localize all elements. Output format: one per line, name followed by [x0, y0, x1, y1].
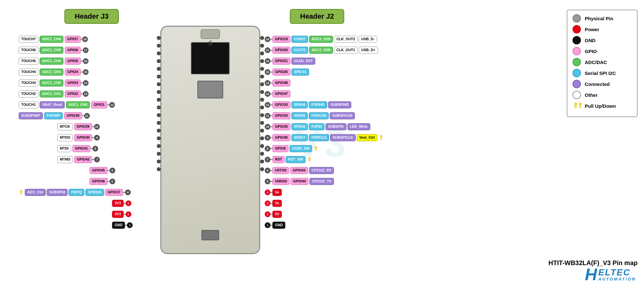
pin-cp2102-tx: CP2102_TX — [309, 178, 334, 185]
pin-ve-b: Ve — [272, 200, 282, 207]
pin-spiio7: SPIIO7 — [291, 134, 308, 141]
pin-row-17-left: TOUCH6 ADC1_CH5 GPIO6 17 — [19, 46, 133, 55]
pin-touch2: TOUCH2 — [19, 90, 38, 97]
pin-adc1ch0: ADC1_CH0 — [66, 101, 90, 108]
pin-subspid: SUBSPID — [326, 123, 346, 130]
pin-5v: 5V — [272, 211, 282, 217]
pin-row-7-right: 7 RST RST_SW ⇑ — [265, 155, 384, 164]
pin-touch1: TOUCH1 — [19, 101, 38, 108]
pin-row-5-left: GPIO46 5 — [19, 177, 133, 186]
pin-gnd-left: GND — [112, 222, 125, 228]
pin-spiio6: SPIIO6 — [291, 123, 308, 130]
right-pins-area: 18 GPIO19 U1RST ADC2_CH9 CLK_OUT2 USB_D-… — [265, 35, 384, 232]
pin-usb-dp: USB_D+ — [359, 47, 378, 53]
pin-fspiwp: FSPIWP — [44, 112, 63, 119]
pin-3v3-a: 3V3 — [112, 200, 124, 207]
legend-dot-red — [573, 25, 581, 33]
pin-u1cts: U1CTS — [291, 47, 308, 53]
pin-gpio39: GPIO39 — [74, 123, 92, 130]
pin-ve-a: Ve — [272, 189, 282, 196]
right-board-pins — [260, 35, 264, 172]
pin-fspiclk: FSPICLK — [309, 134, 329, 141]
pin-gpio4: GPIO4 — [65, 69, 81, 75]
pin-row-11-left: SUBSPIWP FSPIWP GPIO38 11 — [19, 111, 133, 120]
pin-u1rst: U1RST — [291, 36, 308, 42]
pin-gpio42: GPIO42 — [74, 156, 92, 163]
pin-mtck: MTCK — [57, 123, 73, 130]
left-board-pins — [157, 35, 161, 172]
pin-gpio34: GPIO34 — [272, 112, 290, 119]
legend-serial-spi: Serial SPI I2C — [573, 69, 632, 77]
pin-adc1ch5: ADC1_CH5 — [40, 47, 63, 53]
pin-spics1: SPICS1 — [291, 69, 309, 75]
pin-gpio44: GPIO44 — [290, 178, 308, 185]
pin-subspihd: SUBSPIHD — [328, 101, 352, 108]
pin-adc1ch1: ADC1_CH1 — [40, 90, 63, 97]
pin-gpio40: GPIO40 — [74, 134, 92, 141]
legend-dot-pink — [573, 47, 581, 55]
heltec-h-letter: H — [585, 266, 597, 283]
pin-spiio5: SPIIO5 — [291, 112, 308, 119]
heltec-logo: H ELTEC AUTOMATION — [585, 266, 636, 283]
legend-box: Physical Pin Power GND GPIO ADC/DAC Seri… — [567, 10, 638, 117]
pin-row-12-right: 12 GPIO33 SPIIO4 FSPIHD SUBSPIHD — [265, 100, 384, 109]
pin-row-2-left: 3V3 2 — [19, 210, 133, 219]
pin-clk-out1: CLK_OUT1 — [334, 47, 358, 53]
legend-connected: Connected — [573, 80, 632, 88]
pin-row-17-right: 17 GPIO20 U1CTS ADC2_CH9 CLK_OUT1 USB_D+ — [265, 46, 384, 55]
legend-dot-gray — [573, 14, 581, 23]
pin-row-9-left: MTDO GPIO40 9 — [19, 133, 133, 142]
pin-gpio38: GPIO38 — [64, 112, 82, 119]
pin-row-3-right: 3 Ve — [265, 199, 384, 208]
pin-adc1ch4: ADC1_CH4 — [40, 58, 63, 64]
pin-row-7-left: MTMS GPIO42 7 — [19, 155, 133, 164]
pin-touch6: TOUCH6 — [19, 47, 38, 53]
pin-gpio47: GPIO47 — [272, 90, 290, 97]
legend-dot-black — [573, 36, 581, 44]
legend-power: Power — [573, 25, 632, 33]
pin-row-13-left: TOUCH2 ADC1_CH1 GPIO2 13 — [19, 89, 133, 98]
pin-fspiq: FSPIQ — [69, 189, 84, 196]
pin-adc1ch6: ADC1_CH6 — [40, 36, 63, 42]
pin-row-14-right: 14 GPIO48 — [265, 78, 384, 88]
pin-row-16-left: TOUCH5 ADC1_CH4 GPIO5 16 — [19, 57, 133, 66]
pin-gpio2: GPIO2 — [65, 90, 81, 97]
pin-touch7: TOUCH7 — [19, 36, 38, 42]
pin-row-4-left: ⇑ ADC_Ctrl SUBSPIQ FSPIQ SPIDQS GPIO37 4 — [19, 188, 133, 197]
pin-row-9-right: 9 GPIO36 SPIIO7 FSPICLK SUBSPICLK Vext_C… — [265, 133, 384, 142]
legend-physical-pin: Physical Pin — [573, 14, 632, 23]
pin-subspiq: SUBSPIQ — [47, 189, 68, 196]
pin-row-1-right: 1 GND — [265, 221, 384, 230]
pin-usb-dm: USB_D- — [359, 36, 377, 42]
pin-gpio48: GPIO48 — [272, 79, 290, 86]
main-container: V3 Header J3 Header J2 V3 — [0, 0, 644, 286]
pin-gpio33: GPIO33 — [272, 101, 290, 108]
pin-subspics0: SUBSPICS0 — [330, 112, 355, 119]
pin-row-8-right: 8 GPIO0 USER_SW ⇑ — [265, 144, 384, 153]
pin-adc2ch9-a: ADC2_CH9 — [309, 36, 333, 42]
pin-row-14-left: TOUCH3 ADC1_CH2 GPIO3 14 — [19, 78, 133, 88]
pin-gpio5: GPIO5 — [65, 58, 81, 64]
pin-gpio0: GPIO0 — [272, 145, 289, 152]
arrow-right-9: ⇑ — [379, 134, 384, 141]
left-pins-area: TOUCH7 ADC1_CH6 GPIO7 18 TOUCH6 ADC1_CH5… — [19, 35, 133, 232]
pin-row-16-right: 16 GPIO21 OLED_RST — [265, 57, 384, 66]
legend-dot-purple — [573, 80, 581, 88]
pin-row-4-right: 4 Ve — [265, 188, 384, 197]
arrow-up-left: ⇑ — [19, 189, 24, 196]
pin-row-15-left: TOUCH4 ADC1_CH3 GPIO4 15 — [19, 68, 133, 77]
pin-gpio1: GPIO1 — [91, 101, 107, 108]
pin-row-2-right: 2 5V — [265, 210, 384, 219]
pin-row-8-left: MTDI GPIO41 8 — [19, 144, 133, 153]
pin-adc-ctrl: ADC_Ctrl — [25, 189, 46, 196]
pin-row-6-right: 6 U0TXD GPIO43 CP2102_RX — [265, 166, 384, 175]
pin-fspics0: FSPICS0 — [309, 112, 329, 119]
pin-gpio26: GPIO26 — [272, 69, 290, 75]
pin-vbat-read: VBAT_Read — [40, 101, 65, 108]
pin-row-11-right: 11 GPIO34 SPIIO5 FSPICS0 SUBSPICS0 — [265, 111, 384, 120]
heltec-text-block: ELTEC AUTOMATION — [598, 268, 636, 281]
pin-touch5: TOUCH5 — [19, 58, 38, 64]
legend-pull-updown: ⇑⇑ Pull Up/Down — [573, 102, 632, 110]
pin-gpio43: GPIO43 — [290, 167, 308, 174]
pin-subspiwp: SUBSPIWP — [19, 112, 43, 119]
